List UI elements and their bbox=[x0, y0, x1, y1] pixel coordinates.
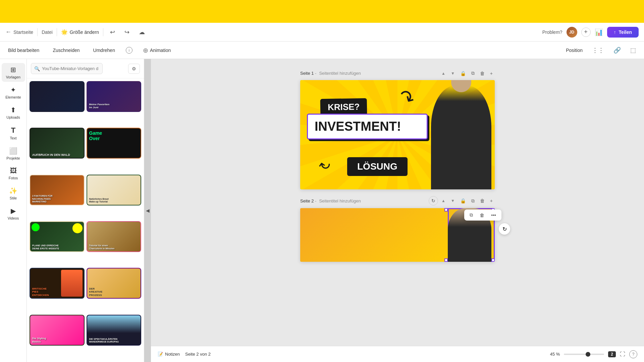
template-card-10[interactable]: DERKREATIVEPROZESS bbox=[87, 268, 142, 299]
page1-subtitle[interactable]: Seitentitel hinzufügen bbox=[319, 71, 361, 76]
secondary-toolbar: Bild bearbeiten Zuschneiden Umdrehen i ◎… bbox=[0, 42, 644, 59]
floating-refresh-button[interactable]: ↻ bbox=[499, 223, 510, 235]
template-card-1[interactable] bbox=[30, 81, 85, 112]
separator-1 bbox=[37, 28, 38, 36]
analytics-icon[interactable]: 📊 bbox=[595, 28, 603, 36]
share-label: Teilen bbox=[619, 29, 632, 35]
page2-duplicate-button[interactable]: ⧉ bbox=[469, 197, 477, 205]
problem-link[interactable]: Problem? bbox=[542, 29, 562, 35]
page2-delete-button[interactable]: 🗑 bbox=[478, 197, 487, 205]
fullscreen-button[interactable]: ⛶ bbox=[620, 351, 625, 357]
corner-handle-bl[interactable] bbox=[444, 258, 448, 262]
template-card-5[interactable]: 3 FAKTOREN FÜRNACHHALTIGESMARKETING bbox=[30, 175, 85, 205]
notes-label: Notizen bbox=[165, 352, 180, 357]
position-button[interactable]: Position bbox=[563, 46, 585, 55]
template-card-4[interactable]: GameOver bbox=[87, 128, 142, 159]
main-toolbar: ← Startseite Datei 🌟 Größe ändern ↩ ↪ ☁ … bbox=[0, 23, 644, 42]
add-collaborator-button[interactable]: + bbox=[581, 27, 591, 37]
separator-3 bbox=[103, 28, 103, 36]
page1-collapse-down[interactable]: ▼ bbox=[449, 70, 457, 77]
page1-lock-button[interactable]: 🔒 bbox=[458, 69, 468, 77]
search-wrap: 🔍 bbox=[31, 63, 125, 74]
page2-lock-button[interactable]: 🔒 bbox=[458, 197, 468, 205]
share-button[interactable]: ↑ Teilen bbox=[607, 27, 639, 38]
size-label: Größe ändern bbox=[70, 29, 99, 35]
uploads-label: Uploads bbox=[6, 115, 20, 119]
page1-add-button[interactable]: + bbox=[488, 69, 495, 77]
info-icon[interactable]: i bbox=[126, 47, 132, 54]
template-card-3[interactable]: AUFBRUCH IN DEN WALD bbox=[30, 128, 85, 159]
page2-add-button[interactable]: + bbox=[488, 197, 495, 205]
link-icon-btn[interactable]: 🔗 bbox=[611, 45, 624, 55]
search-bar: 🔍 ⚙ bbox=[27, 59, 144, 78]
crop-button[interactable]: Zuschneiden bbox=[50, 46, 82, 55]
sidebar-item-uploads[interactable]: ⬆ Uploads bbox=[2, 103, 25, 122]
corner-handle-br[interactable] bbox=[491, 258, 495, 262]
vorlagen-label: Vorlagen bbox=[6, 75, 20, 79]
search-input[interactable] bbox=[31, 63, 103, 74]
edit-image-button[interactable]: Bild bearbeiten bbox=[5, 46, 42, 55]
template-card-12[interactable]: DIE SPEKTAKULÄRSTENWANDERWEGE EUROPAS bbox=[87, 315, 142, 346]
notes-icon: 📝 bbox=[158, 352, 163, 357]
sidebar-item-fotos[interactable]: 🖼 Fotos bbox=[2, 164, 25, 183]
template-card-11[interactable]: Die StylingBasics bbox=[30, 315, 85, 346]
undo-button[interactable]: ↩ bbox=[107, 27, 118, 37]
page2-collapse-down[interactable]: ▼ bbox=[449, 197, 457, 204]
avatar: JD bbox=[567, 27, 577, 38]
more-options-btn[interactable]: ⬚ bbox=[628, 45, 639, 55]
size-icon: 🌟 bbox=[61, 29, 68, 35]
page2-subtitle[interactable]: Seitentitel hinzufügen bbox=[319, 198, 361, 203]
startseite-link[interactable]: Startseite bbox=[13, 29, 33, 35]
zoom-slider[interactable] bbox=[564, 354, 604, 355]
investment-box[interactable]: INVESTMENT! bbox=[307, 114, 428, 139]
corner-handle-tl[interactable] bbox=[444, 208, 448, 212]
template-card-7[interactable]: PLANE UND ERREICHEDEINE ERSTE WEBSITE bbox=[30, 221, 85, 252]
page1-collapse-up[interactable]: ▲ bbox=[439, 70, 447, 77]
template-card-9[interactable]: BRITISCHEPIESENTDECKEN bbox=[30, 268, 85, 299]
stile-label: Stile bbox=[10, 196, 17, 200]
zoom-controls: 45 % 2 ⛶ ? bbox=[550, 350, 637, 358]
sidebar-item-projekte[interactable]: ⬜ Projekte bbox=[2, 144, 25, 163]
sidebar-item-text[interactable]: T Text bbox=[2, 123, 25, 143]
page1-canvas[interactable]: ↷ KRISE? INVESTMENT! ↷ LÖSUNG bbox=[300, 80, 495, 189]
help-button[interactable]: ? bbox=[629, 350, 637, 358]
animation-button[interactable]: ◎ Animation bbox=[141, 45, 173, 55]
ctx-more-button[interactable]: ••• bbox=[488, 211, 499, 219]
person-area bbox=[421, 80, 495, 189]
hide-panel-button[interactable]: ◀ bbox=[144, 59, 151, 362]
page2-refresh-button[interactable]: ↻ bbox=[429, 196, 438, 205]
fotos-icon: 🖼 bbox=[10, 167, 17, 175]
loesung-box[interactable]: LÖSUNG bbox=[347, 157, 408, 176]
sidebar-item-elemente[interactable]: ✦ Elemente bbox=[2, 83, 25, 102]
template-card-2[interactable]: Meine Favoritenim Juni bbox=[87, 81, 142, 112]
toolbar-right-secondary: Position ⋮⋮ 🔗 ⬚ bbox=[563, 45, 639, 55]
redo-button[interactable]: ↪ bbox=[122, 27, 132, 37]
fotos-label: Fotos bbox=[9, 176, 18, 180]
notes-button[interactable]: 📝 Notizen bbox=[158, 352, 180, 357]
filter-icon-btn[interactable]: ⋮⋮ bbox=[589, 45, 607, 55]
ctx-delete-button[interactable]: 🗑 bbox=[477, 211, 487, 219]
sidebar-item-stile[interactable]: ✨ Stile bbox=[2, 184, 25, 203]
page1-delete-button[interactable]: 🗑 bbox=[478, 69, 487, 77]
cloud-save-button[interactable]: ☁ bbox=[136, 27, 148, 37]
page1-duplicate-button[interactable]: ⧉ bbox=[469, 69, 477, 77]
template-card-6[interactable]: Natürliches BrautMake-up Tutorial bbox=[87, 175, 142, 205]
back-button[interactable]: ← Startseite bbox=[5, 28, 33, 36]
sidebar: ⊞ Vorlagen ✦ Elemente ⬆ Uploads T Text ⬜… bbox=[0, 59, 27, 362]
sidebar-item-vorlagen[interactable]: ⊞ Vorlagen bbox=[2, 63, 25, 82]
top-banner bbox=[0, 0, 644, 23]
person-suit bbox=[431, 85, 491, 189]
page1-title: Seite 1 - bbox=[300, 71, 316, 76]
filter-button[interactable]: ⚙ bbox=[128, 64, 140, 74]
ctx-copy-button[interactable]: ⧉ bbox=[467, 211, 476, 219]
zoom-thumb bbox=[586, 352, 590, 357]
page2-collapse-up[interactable]: ▲ bbox=[439, 197, 447, 204]
page1-header: Seite 1 - Seitentitel hinzufügen ▲ ▼ 🔒 ⧉… bbox=[300, 69, 495, 77]
sidebar-item-videos[interactable]: ▶ Videos bbox=[2, 204, 25, 223]
datei-menu[interactable]: Datei bbox=[42, 29, 53, 35]
template-card-8[interactable]: Tutorial für einenCharcuterie in Minuten bbox=[87, 221, 142, 252]
flip-button[interactable]: Umdrehen bbox=[91, 46, 118, 55]
size-change-button[interactable]: 🌟 Größe ändern bbox=[61, 29, 99, 35]
videos-icon: ▶ bbox=[11, 207, 16, 215]
page1-container: Seite 1 - Seitentitel hinzufügen ▲ ▼ 🔒 ⧉… bbox=[300, 69, 495, 189]
